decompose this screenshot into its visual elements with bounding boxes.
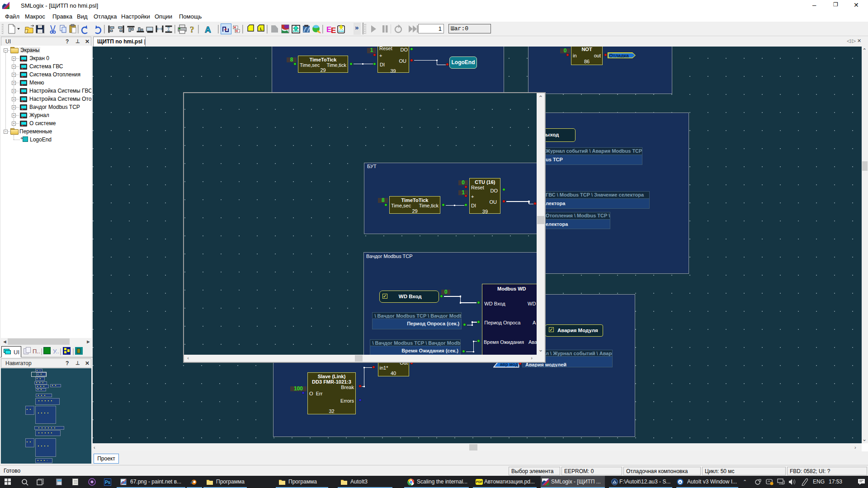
svg-text:H: H (234, 26, 236, 29)
svg-text:H: H (236, 29, 238, 33)
svg-text:?: ? (190, 25, 194, 34)
svg-text:L: L (260, 27, 263, 31)
svg-text:A: A (205, 25, 211, 34)
svg-text:E: E (331, 26, 336, 34)
